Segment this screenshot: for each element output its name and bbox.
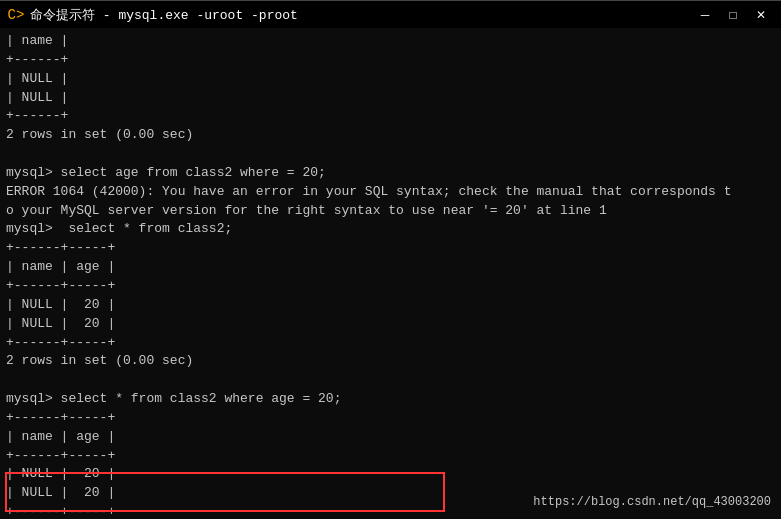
- close-button[interactable]: ✕: [749, 5, 773, 25]
- terminal-output: | name | +------+ | NULL | | NULL | +---…: [6, 32, 775, 519]
- window: C> 命令提示符 - mysql.exe -uroot -proot ─ □ ✕…: [0, 0, 781, 519]
- minimize-button[interactable]: ─: [693, 5, 717, 25]
- maximize-button[interactable]: □: [721, 5, 745, 25]
- titlebar-title: 命令提示符 - mysql.exe -uroot -proot: [30, 6, 298, 24]
- titlebar: C> 命令提示符 - mysql.exe -uroot -proot ─ □ ✕: [0, 0, 781, 28]
- watermark: https://blog.csdn.net/qq_43003200: [533, 494, 771, 511]
- titlebar-left: C> 命令提示符 - mysql.exe -uroot -proot: [8, 6, 298, 24]
- terminal: | name | +------+ | NULL | | NULL | +---…: [0, 28, 781, 519]
- cmd-icon: C>: [8, 7, 24, 23]
- titlebar-controls: ─ □ ✕: [693, 5, 773, 25]
